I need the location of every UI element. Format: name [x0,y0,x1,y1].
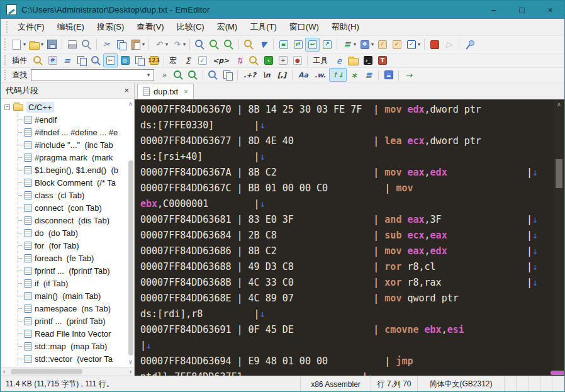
editor-vertical-scrollbar[interactable]: ∧ [554,99,564,376]
tool-browser[interactable]: e [332,53,346,67]
tree-item-18[interactable]: Read File Into Vector [18,327,134,340]
tab-dup-txt[interactable]: dup.txt × [137,84,194,99]
next-document[interactable]: → [401,68,416,82]
snippets-panel-close-icon[interactable]: × [124,86,129,95]
tree-item-16[interactable]: namespace (ns Tab) [18,302,134,315]
tool-command-prompt[interactable]: ›_ [361,53,375,67]
escape-sequence-toggle[interactable]: \n [259,68,274,82]
outline-dropdown[interactable]: ▾ [354,42,356,47]
plugin-number[interactable]: 123 [147,53,161,67]
find-previous[interactable] [186,68,200,82]
wrap-by-window[interactable]: ⇄ [291,38,305,52]
macro-position[interactable]: + [276,53,290,67]
plugin-search[interactable] [31,53,45,67]
undo[interactable]: ↶▾ [152,38,169,52]
tree-scroll-right-icon[interactable]: › [130,367,131,376]
status-extra-2[interactable] [516,376,528,392]
tree-item-5[interactable]: $1.begin(), $1.end() (b [18,164,134,176]
status-extra-1[interactable] [504,376,516,392]
tree-item-6[interactable]: Block Comment (/* Ta [18,176,134,189]
tool-open-folder[interactable] [346,53,361,67]
status-syntax[interactable]: x86 Assembler [300,376,371,392]
plugin-snippets[interactable]: ✂ [103,53,118,67]
checkbox-options[interactable]: ✓▾ [404,38,422,52]
find[interactable] [193,38,207,52]
macro-run[interactable]: ‹ [261,53,276,67]
maximize-button[interactable]: □ [508,1,536,19]
record-macro[interactable] [427,38,442,52]
workspace-dropdown[interactable]: ▾ [371,42,374,47]
macro-sort[interactable]: ⇅ [232,53,247,67]
plugin-open-documents[interactable] [74,53,89,67]
no-wrap[interactable]: ≡ [276,38,291,52]
redo-dropdown[interactable]: ▾ [183,42,186,47]
tree-item-4[interactable]: #pragma mark (mark [18,151,134,164]
tree-horizontal-scrollbar[interactable]: ‹ › [1,367,134,376]
cut[interactable]: ✂ [99,38,114,52]
tree-scrollbar-thumb[interactable] [128,160,133,356]
status-extra-4[interactable] [540,376,552,392]
status-extra-5[interactable] [552,376,564,392]
more-options[interactable]: » [157,68,171,82]
find-input[interactable] [31,70,143,79]
combo-dropdown-icon[interactable]: ▾ [143,72,154,78]
paste-dropdown[interactable]: ▾ [142,42,145,47]
plugin-preview[interactable] [89,53,103,67]
macro-sum[interactable]: Σ [181,53,195,67]
menu-item-9[interactable]: 帮助(H) [325,19,366,35]
tree-item-11[interactable]: for (for Tab) [18,239,134,252]
tree-item-9[interactable]: disconnect (dis Tab) [18,214,134,227]
menu-item-7[interactable]: 工具(T) [243,19,283,35]
match-similar[interactable]: ∗ [347,68,361,82]
plugin-converter[interactable]: # [45,53,60,67]
tree-scroll-up-icon[interactable]: ∧ [128,101,133,107]
copy[interactable] [114,38,128,52]
new-file-dropdown[interactable]: ▾ [23,42,26,47]
status-extra-3[interactable] [528,376,540,392]
menu-item-8[interactable]: 窗口(W) [283,19,325,35]
tree-item-2[interactable]: #ifndef ... #define ... #e [18,126,134,138]
find-zoom[interactable] [206,68,220,82]
print-preview[interactable] [79,38,94,52]
editor-text-area[interactable]: 00007FF84DD63670 | 8B 14 25 30 03 FE 7F … [135,99,554,376]
tree-item-17[interactable]: printf ... (printf Tab) [18,315,134,327]
minimize-button[interactable]: − [479,1,508,19]
tree-item-3[interactable]: #include "..." (inc Tab [18,138,134,151]
tree-hscrollbar-thumb[interactable] [11,369,82,374]
pin[interactable] [462,38,476,52]
wrap-by-char[interactable]: ↩ [305,38,320,52]
open-file[interactable]: ▾ [27,38,45,52]
whole-word[interactable]: .w. [311,68,329,82]
status-position[interactable]: 行 7,列 70 [371,376,417,392]
save-file[interactable] [45,38,59,52]
search-up-down[interactable]: ↑↓ [329,68,347,82]
jump-to-line[interactable]: ↗ [320,38,334,52]
tree-item-10[interactable]: do (do Tab) [18,227,134,239]
regex-toggle[interactable]: .+? [240,68,259,82]
menu-item-2[interactable]: 编辑(E) [51,19,91,35]
run-macro[interactable]: ▷ [442,38,456,52]
menu-item-1[interactable]: 文件(F) [11,19,51,35]
menu-item-5[interactable]: 比较(C) [171,19,211,35]
menu-item-3[interactable]: 搜索(S) [91,19,130,35]
tree-root-row[interactable]: − C/C++ [1,101,134,113]
tool-customize[interactable]: T [375,53,389,67]
macro-find-folder[interactable] [247,53,261,67]
status-encoding[interactable]: 简体中文(GB2312) [417,376,504,392]
plugin-transfer[interactable] [132,53,147,67]
number-range-toggle[interactable]: [,] [274,68,289,82]
find-combobox[interactable]: ▾ [31,69,154,81]
tree-scroll-down-icon[interactable]: ∨ [128,359,133,365]
tree-item-14[interactable]: if (if Tab) [18,277,134,289]
menu-item-4[interactable]: 查看(V) [130,19,170,35]
tree-item-13[interactable]: fprintf ... (fprintf Tab) [18,264,134,277]
undo-dropdown[interactable]: ▾ [165,42,168,47]
macro-validate[interactable]: ✓ [195,53,210,67]
display-options[interactable]: ≡ [381,68,396,82]
tree-vertical-scrollbar[interactable]: ∧ ∨ [127,99,134,367]
tree-scroll-left-icon[interactable]: ‹ [3,367,5,376]
tree-item-20[interactable]: std::vector (vector Ta [18,352,134,365]
tree-item-19[interactable]: std::map (map Tab) [18,340,134,352]
find-next-toolbar[interactable] [207,38,221,52]
tree-expander-icon[interactable]: − [4,104,10,110]
